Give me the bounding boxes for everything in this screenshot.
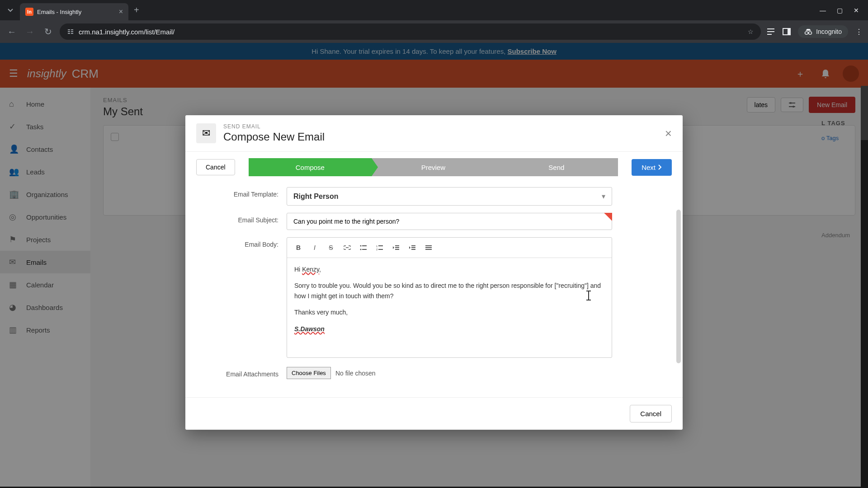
svg-rect-20 — [362, 249, 367, 250]
email-body-editor: B I S 12 — [287, 237, 612, 358]
svg-point-17 — [360, 245, 362, 247]
minimize-icon[interactable]: — — [820, 7, 826, 14]
body-paragraph-1: Sorry to trouble you. Would you be so ki… — [294, 281, 604, 301]
body-signature: S.Dawson — [294, 325, 325, 333]
svg-rect-2 — [68, 31, 70, 32]
svg-rect-30 — [411, 249, 415, 250]
svg-rect-33 — [425, 249, 432, 250]
italic-button[interactable]: I — [308, 241, 321, 254]
close-window-icon[interactable]: ✕ — [854, 7, 859, 14]
incognito-badge[interactable]: Incognito — [798, 25, 848, 38]
template-select[interactable]: Right Person ▾ — [287, 187, 612, 206]
browser-tab[interactable]: In Emails - Insightly × — [20, 3, 128, 20]
tab-close-icon[interactable]: × — [119, 8, 123, 16]
outdent-button[interactable] — [389, 241, 403, 254]
bookmark-icon[interactable]: ☆ — [748, 28, 754, 35]
svg-rect-31 — [425, 245, 432, 246]
compose-email-modal: ✉ SEND EMAIL Compose New Email × Cancel … — [185, 115, 683, 430]
address-bar: ← → ↻ crm.na1.insightly.com/list/Email/ … — [0, 20, 868, 43]
window-controls: — ▢ ✕ — [820, 7, 864, 14]
text-cursor-icon — [588, 291, 589, 300]
required-indicator-icon — [604, 213, 612, 221]
svg-rect-18 — [362, 245, 367, 246]
svg-point-11 — [805, 32, 808, 34]
body-paragraph-2: Thanks very much, — [294, 307, 604, 317]
step-preview[interactable]: Preview — [372, 158, 495, 176]
svg-rect-8 — [767, 34, 772, 35]
site-settings-icon[interactable] — [67, 28, 74, 35]
svg-rect-10 — [788, 28, 790, 35]
reading-list-icon[interactable] — [766, 28, 775, 36]
maximize-icon[interactable]: ▢ — [837, 7, 843, 14]
file-status: No file chosen — [335, 370, 376, 377]
svg-rect-4 — [68, 33, 70, 34]
svg-rect-7 — [767, 31, 774, 32]
svg-point-12 — [809, 32, 812, 34]
svg-rect-3 — [71, 31, 73, 32]
browser-menu-icon[interactable]: ⋮ — [855, 28, 863, 36]
svg-text:2: 2 — [376, 248, 378, 250]
svg-rect-6 — [767, 28, 774, 29]
svg-rect-22 — [378, 245, 383, 246]
svg-rect-28 — [411, 245, 415, 246]
svg-rect-32 — [425, 247, 432, 248]
url-text: crm.na1.insightly.com/list/Email/ — [79, 28, 743, 36]
reload-button[interactable]: ↻ — [42, 26, 54, 37]
svg-rect-29 — [411, 247, 415, 248]
url-input[interactable]: crm.na1.insightly.com/list/Email/ ☆ — [60, 23, 761, 40]
attachments-label: Email Attachments — [196, 367, 287, 378]
tab-search-dropdown[interactable] — [4, 4, 17, 17]
modal-kicker: SEND EMAIL — [223, 123, 325, 130]
modal-close-button[interactable]: × — [665, 127, 672, 141]
step-compose[interactable]: Compose — [249, 158, 372, 176]
tab-title: Emails - Insightly — [37, 9, 115, 15]
forward-button[interactable]: → — [24, 27, 36, 37]
subject-label: Email Subject: — [196, 213, 287, 224]
step-send[interactable]: Send — [495, 158, 618, 176]
editor-toolbar: B I S 12 — [287, 238, 612, 258]
modal-title: Compose New Email — [223, 131, 325, 143]
svg-rect-27 — [395, 249, 399, 250]
incognito-icon — [804, 28, 812, 35]
bold-button[interactable]: B — [292, 241, 305, 254]
body-label: Email Body: — [196, 237, 287, 248]
cancel-button-bottom[interactable]: Cancel — [630, 405, 672, 422]
template-value: Right Person — [293, 192, 602, 201]
indent-button[interactable] — [406, 241, 419, 254]
bullet-list-button[interactable] — [357, 241, 370, 254]
svg-point-19 — [360, 249, 362, 250]
envelope-icon: ✉ — [196, 123, 216, 143]
choose-files-button[interactable]: Choose Files — [287, 367, 331, 379]
svg-rect-24 — [378, 249, 383, 250]
wizard-steps: Compose Preview Send — [249, 158, 618, 176]
align-button[interactable] — [422, 241, 435, 254]
cancel-button-top[interactable]: Cancel — [196, 159, 235, 175]
svg-rect-25 — [395, 245, 399, 246]
new-tab-button[interactable]: + — [134, 5, 139, 15]
next-button[interactable]: Next — [632, 159, 672, 176]
favicon-icon: In — [25, 8, 33, 16]
subject-input[interactable] — [287, 213, 612, 230]
template-label: Email Template: — [196, 187, 287, 198]
svg-rect-1 — [71, 29, 73, 30]
strikethrough-button[interactable]: S — [324, 241, 338, 254]
svg-rect-26 — [395, 247, 399, 248]
numbered-list-button[interactable]: 12 — [373, 241, 387, 254]
browser-tab-strip: In Emails - Insightly × + — ▢ ✕ — [0, 0, 868, 20]
body-greeting-name: Kenzy — [302, 266, 319, 273]
caret-down-icon: ▾ — [602, 192, 605, 201]
chevron-right-icon — [658, 164, 662, 170]
svg-text:1: 1 — [376, 245, 378, 248]
side-panel-icon[interactable] — [783, 28, 791, 35]
modal-scrollbar[interactable] — [676, 210, 681, 363]
svg-rect-0 — [68, 29, 70, 30]
link-button[interactable] — [340, 241, 354, 254]
svg-rect-5 — [71, 33, 73, 34]
editor-content[interactable]: Hi Kenzy, Sorry to trouble you. Would yo… — [287, 258, 612, 357]
back-button[interactable]: ← — [5, 27, 18, 37]
